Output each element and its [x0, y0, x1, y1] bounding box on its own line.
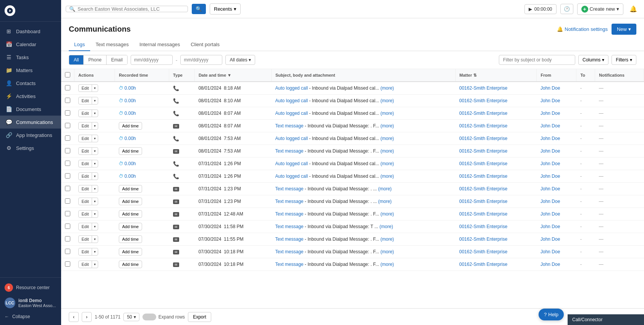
sidebar-item-tasks[interactable]: ☰ Tasks — [0, 51, 61, 64]
edit-dropdown-button[interactable]: ▾ — [92, 198, 98, 204]
from-link[interactable]: John Doe — [540, 186, 560, 191]
row-checkbox[interactable] — [65, 135, 70, 141]
notification-settings-link[interactable]: 🔔 Notification settings — [557, 26, 608, 32]
add-time-button[interactable]: Add time — [119, 210, 142, 218]
more-link[interactable]: (more) — [380, 249, 394, 254]
time-link[interactable]: ⏱0.00h — [119, 98, 165, 103]
edit-dropdown-button[interactable]: ▾ — [92, 110, 98, 116]
row-checkbox[interactable] — [65, 123, 70, 128]
subject-link[interactable]: Text message — [275, 199, 303, 204]
edit-dropdown-button[interactable]: ▾ — [92, 224, 98, 230]
row-checkbox[interactable] — [65, 186, 70, 191]
add-time-button[interactable]: Add time — [119, 185, 142, 193]
more-link[interactable]: (more) — [380, 111, 394, 116]
edit-main-button[interactable]: Edit — [79, 148, 92, 154]
matter-link[interactable]: 00162-Smith Enterprise — [459, 249, 507, 254]
more-link[interactable]: (more) — [378, 186, 392, 191]
edit-dropdown-button[interactable]: ▾ — [92, 211, 98, 217]
sidebar-item-documents[interactable]: 📄 Documents — [0, 103, 61, 116]
collapse-button[interactable]: ← Collapse — [0, 311, 61, 322]
more-link[interactable]: (more) — [380, 98, 394, 103]
more-link[interactable]: (more) — [380, 136, 394, 141]
edit-dropdown-button[interactable]: ▾ — [92, 161, 98, 167]
from-link[interactable]: John Doe — [540, 136, 560, 141]
filters-button[interactable]: Filters ▾ — [612, 55, 636, 65]
edit-main-button[interactable]: Edit — [79, 198, 92, 205]
from-link[interactable]: John Doe — [540, 224, 560, 229]
subject-link[interactable]: Text message — [275, 123, 303, 129]
add-time-button[interactable]: Add time — [119, 235, 142, 243]
filter-email-button[interactable]: Email — [106, 55, 127, 64]
matter-link[interactable]: 00162-Smith Enterprise — [459, 237, 507, 242]
more-link[interactable]: (more) — [380, 85, 394, 91]
matter-link[interactable]: 00162-Smith Enterprise — [459, 85, 507, 91]
matter-link[interactable]: 00162-Smith Enterprise — [459, 161, 507, 166]
tab-logs[interactable]: Logs — [69, 39, 90, 51]
sidebar-item-contacts[interactable]: 👤 Contacts — [0, 77, 61, 90]
new-button[interactable]: New ▾ — [612, 24, 636, 35]
export-button[interactable]: Export — [188, 312, 211, 322]
tab-text-messages[interactable]: Text messages — [90, 39, 134, 51]
sidebar-item-communications[interactable]: 💬 Communications — [0, 116, 61, 129]
row-checkbox[interactable] — [65, 148, 70, 153]
from-link[interactable]: John Doe — [540, 249, 560, 254]
row-checkbox[interactable] — [65, 110, 70, 116]
time-link[interactable]: ⏱0.00h — [119, 111, 165, 116]
tab-internal-messages[interactable]: Internal messages — [134, 39, 185, 51]
from-link[interactable]: John Doe — [540, 211, 560, 217]
add-time-button[interactable]: Add time — [119, 147, 142, 155]
more-link[interactable]: (more) — [378, 199, 392, 204]
edit-main-button[interactable]: Edit — [79, 122, 92, 129]
matter-header[interactable]: Matter ⇅ — [455, 69, 537, 82]
edit-main-button[interactable]: Edit — [79, 173, 92, 180]
add-time-button[interactable]: Add time — [119, 198, 142, 205]
matter-link[interactable]: 00162-Smith Enterprise — [459, 98, 507, 103]
edit-main-button[interactable]: Edit — [79, 248, 92, 255]
date-from-input[interactable] — [131, 55, 173, 65]
edit-dropdown-button[interactable]: ▾ — [92, 236, 98, 242]
edit-dropdown-button[interactable]: ▾ — [92, 135, 98, 142]
add-time-button[interactable]: Add time — [119, 223, 142, 230]
from-link[interactable]: John Doe — [540, 174, 560, 179]
subject-link[interactable]: Text message — [275, 224, 303, 229]
matter-link[interactable]: 00162-Smith Enterprise — [459, 174, 507, 179]
matter-link[interactable]: 00162-Smith Enterprise — [459, 262, 507, 267]
subject-link[interactable]: Text message — [275, 262, 303, 267]
more-link[interactable]: (more) — [380, 224, 393, 229]
from-link[interactable]: John Doe — [540, 262, 560, 267]
more-link[interactable]: (more) — [380, 174, 394, 179]
from-link[interactable]: John Doe — [540, 98, 560, 103]
time-link[interactable]: ⏱0.00h — [119, 161, 165, 166]
search-button[interactable]: 🔍 — [192, 4, 206, 14]
matter-link[interactable]: 00162-Smith Enterprise — [459, 136, 507, 141]
edit-dropdown-button[interactable]: ▾ — [92, 148, 98, 154]
more-link[interactable]: (more) — [380, 148, 394, 154]
row-checkbox[interactable] — [65, 224, 70, 229]
sidebar-resource-center[interactable]: 6 Resource center — [0, 281, 61, 294]
sidebar-item-matters[interactable]: 📁 Matters — [0, 64, 61, 77]
expand-toggle-switch[interactable] — [142, 314, 156, 320]
from-link[interactable]: John Doe — [540, 148, 560, 154]
timer-button[interactable]: ▶ 00:00:00 — [524, 4, 557, 14]
matter-link[interactable]: 00162-Smith Enterprise — [459, 199, 507, 204]
sidebar-user[interactable]: LCC ion8 Demo Easton West Asso... — [0, 294, 61, 311]
subject-link[interactable]: Text message — [275, 249, 303, 254]
time-link[interactable]: ⏱0.00h — [119, 136, 165, 141]
from-link[interactable]: John Doe — [540, 111, 560, 116]
row-checkbox[interactable] — [65, 261, 70, 267]
time-link[interactable]: ⏱0.00h — [119, 174, 165, 179]
matter-link[interactable]: 00162-Smith Enterprise — [459, 224, 507, 229]
matter-link[interactable]: 00162-Smith Enterprise — [459, 111, 507, 116]
select-all-checkbox[interactable] — [65, 72, 70, 77]
date-time-header[interactable]: Date and time ▼ — [194, 69, 271, 82]
edit-main-button[interactable]: Edit — [79, 236, 92, 243]
more-link[interactable]: (more) — [380, 211, 394, 217]
edit-main-button[interactable]: Edit — [79, 160, 92, 167]
matter-link[interactable]: 00162-Smith Enterprise — [459, 123, 507, 129]
create-new-button[interactable]: + Create new ▾ — [577, 3, 623, 15]
more-link[interactable]: (more) — [380, 262, 394, 267]
from-link[interactable]: John Doe — [540, 199, 560, 204]
subject-link[interactable]: Text message — [275, 186, 303, 191]
subject-link[interactable]: Auto logged call — [275, 174, 307, 179]
row-checkbox[interactable] — [65, 98, 70, 103]
